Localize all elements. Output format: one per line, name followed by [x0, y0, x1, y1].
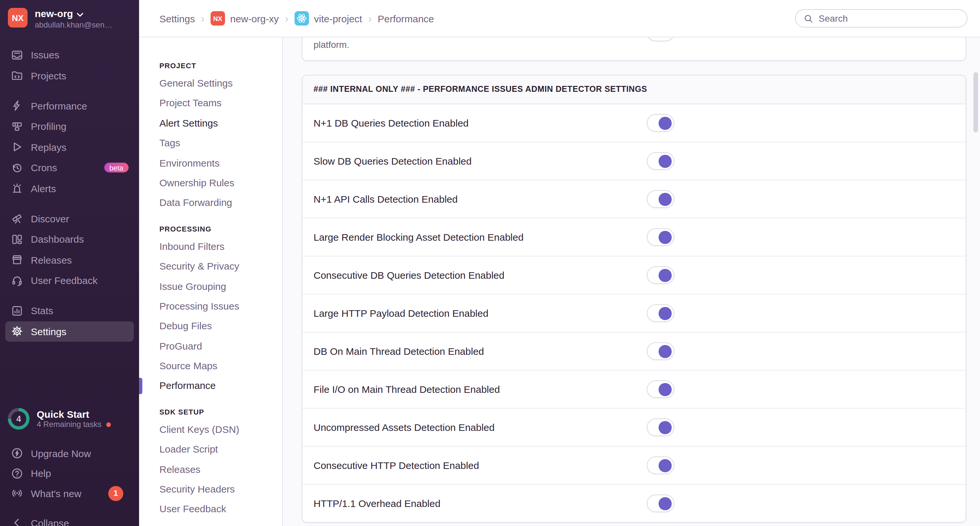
- sidebar-group: StatsSettings: [0, 301, 139, 342]
- replays-icon: [11, 141, 23, 153]
- sidebar-group: PerformanceProfilingReplaysCronsbetaAler…: [0, 96, 139, 199]
- sidebar-nav: IssuesProjectsPerformanceProfilingReplay…: [0, 44, 139, 342]
- settings-nav-item-issue-grouping[interactable]: Issue Grouping: [159, 277, 282, 296]
- sidebar-item-user-feedback[interactable]: User Feedback: [5, 270, 134, 291]
- settings-nav-item-releases[interactable]: Releases: [159, 459, 282, 480]
- quick-start[interactable]: 4 Quick Start 4 Remaining tasks: [8, 408, 111, 430]
- card-title: ### INTERNAL ONLY ### - PERFORMANCE ISSU…: [302, 75, 966, 104]
- settings-nav-item-performance[interactable]: Performance: [159, 376, 282, 396]
- sidebar-item-replays[interactable]: Replays: [5, 137, 134, 157]
- sidebar-item-discover[interactable]: Discover: [5, 208, 134, 229]
- breadcrumb-vite-project[interactable]: vite-project: [294, 11, 362, 25]
- sidebar-item-label: Alerts: [31, 183, 56, 194]
- sidebar-footer-item-what-s-new[interactable]: What's new1: [5, 483, 134, 504]
- issues-icon: [11, 49, 23, 61]
- settings-nav-item-environments[interactable]: Environments: [159, 153, 282, 173]
- scrollbar-thumb[interactable]: [974, 72, 978, 132]
- settings-nav-item-project-teams[interactable]: Project Teams: [159, 94, 282, 113]
- projects-icon: [11, 70, 23, 81]
- setting-label: Uncompressed Assets Detection Enabled: [313, 422, 495, 433]
- org-user-email: abdullah.khan@sen…: [35, 20, 113, 30]
- settings-nav-item-general-settings[interactable]: General Settings: [159, 73, 282, 94]
- search-icon: [803, 13, 813, 23]
- settings-nav-item-ownership-rules[interactable]: Ownership Rules: [159, 173, 282, 193]
- settings-nav-item-security-privacy[interactable]: Security & Privacy: [159, 256, 282, 277]
- org-avatar: NX: [8, 8, 27, 27]
- breadcrumb-performance[interactable]: Performance: [378, 13, 434, 24]
- breadcrumb-new-org-xy[interactable]: NXnew-org-xy: [210, 11, 279, 25]
- setting-row-n-1-db-queries-detection-enabled: N+1 DB Queries Detection Enabled: [302, 104, 966, 141]
- settings-rows: N+1 DB Queries Detection EnabledSlow DB …: [302, 104, 966, 522]
- settings-nav-item-loader-script[interactable]: Loader Script: [159, 440, 282, 460]
- sidebar-item-settings[interactable]: Settings: [5, 321, 134, 342]
- stats-icon: [11, 305, 23, 317]
- sidebar-item-alerts[interactable]: Alerts: [5, 178, 134, 199]
- toggle-consecutive-http-detection-enabled[interactable]: [647, 456, 675, 474]
- toggle-consecutive-db-queries-detection-enabled[interactable]: [647, 266, 675, 284]
- settings-nav-item-tags[interactable]: Tags: [159, 133, 282, 153]
- setting-label: HTTP/1.1 Overhead Enabled: [313, 498, 441, 509]
- toggle-large-render-blocking-asset-detection-enabled[interactable]: [647, 228, 675, 246]
- toggle-file-i-o-on-main-thread-detection-enabled[interactable]: [647, 380, 675, 398]
- toggle-slow-db-queries-detection-enabled[interactable]: [647, 152, 675, 170]
- settings-nav-item-client-keys-dsn[interactable]: Client Keys (DSN): [159, 420, 282, 440]
- sidebar-footer-item-collapse[interactable]: Collapse: [5, 513, 134, 526]
- toggle-uncompressed-assets-detection-enabled[interactable]: [647, 418, 675, 436]
- settings-nav-item-source-maps[interactable]: Source Maps: [159, 356, 282, 376]
- sidebar-item-releases[interactable]: Releases: [5, 249, 134, 270]
- user-feedback-icon: [11, 275, 23, 286]
- breadcrumb-label: vite-project: [314, 13, 362, 24]
- discover-icon: [11, 213, 23, 225]
- sidebar-item-performance[interactable]: Performance: [5, 96, 134, 116]
- sidebar-footer: Upgrade NowHelpWhat's new1Collapse: [0, 443, 139, 526]
- sidebar-item-issues[interactable]: Issues: [5, 44, 134, 65]
- settings-nav-item-proguard[interactable]: ProGuard: [159, 336, 282, 356]
- whats-new-icon: [11, 488, 23, 499]
- sidebar-footer-label: What's new: [31, 488, 81, 499]
- org-switcher[interactable]: NX new-org abdullah.khan@sen…: [8, 8, 113, 30]
- settings-nav-item-data-forwarding[interactable]: Data Forwarding: [159, 193, 282, 213]
- settings-nav-item-alert-settings[interactable]: Alert Settings: [159, 113, 282, 133]
- sidebar-item-crons[interactable]: Cronsbeta: [5, 157, 134, 178]
- sidebar-footer-item-upgrade-now[interactable]: Upgrade Now: [5, 443, 134, 463]
- sidebar-item-label: Releases: [31, 254, 72, 265]
- sidebar-item-label: Stats: [31, 305, 53, 316]
- sidebar-footer-item-help[interactable]: Help: [5, 463, 134, 483]
- settings-nav-item-security-headers[interactable]: Security Headers: [159, 480, 282, 499]
- collapse-icon: [11, 517, 23, 526]
- help-icon: [11, 468, 23, 480]
- setting-row-db-on-main-thread-detection-enabled: DB On Main Thread Detection Enabled: [302, 332, 966, 370]
- settings-icon: [11, 326, 23, 337]
- sidebar-item-label: Projects: [31, 70, 66, 81]
- quick-start-subtitle: 4 Remaining tasks: [37, 420, 101, 429]
- search-input[interactable]: Search: [795, 9, 967, 27]
- settings-nav-item-inbound-filters[interactable]: Inbound Filters: [159, 237, 282, 256]
- toggle-n-1-api-calls-detection-enabled[interactable]: [647, 190, 675, 208]
- notification-dot: [106, 422, 111, 427]
- settings-nav-item-debug-files[interactable]: Debug Files: [159, 316, 282, 337]
- toggle-large-http-payload-detection-enabled[interactable]: [647, 304, 675, 322]
- sidebar-item-projects[interactable]: Projects: [5, 65, 134, 86]
- sidebar-item-label: User Feedback: [31, 275, 97, 286]
- setting-row-file-i-o-on-main-thread-detection-enabled: File I/O on Main Thread Detection Enable…: [302, 370, 966, 408]
- toggle-http-1-1-overhead-enabled[interactable]: [647, 494, 675, 512]
- partial-card-text: platform.: [302, 37, 966, 50]
- setting-row-large-render-blocking-asset-detection-enabled: Large Render Blocking Asset Detection En…: [302, 218, 966, 256]
- setting-row-consecutive-db-queries-detection-enabled: Consecutive DB Queries Detection Enabled: [302, 256, 966, 294]
- setting-label: Large Render Blocking Asset Detection En…: [313, 232, 523, 243]
- setting-row-http-1-1-overhead-enabled: HTTP/1.1 Overhead Enabled: [302, 484, 966, 522]
- setting-label: Consecutive HTTP Detection Enabled: [313, 460, 479, 471]
- toggle-n-1-db-queries-detection-enabled[interactable]: [647, 114, 675, 132]
- settings-nav-item-user-feedback[interactable]: User Feedback: [159, 499, 282, 520]
- performance-icon: [11, 100, 23, 112]
- quick-start-progress-ring: 4: [8, 408, 30, 430]
- breadcrumb-settings[interactable]: Settings: [159, 13, 195, 24]
- settings-nav-item-processing-issues[interactable]: Processing Issues: [159, 296, 282, 316]
- toggle-db-on-main-thread-detection-enabled[interactable]: [647, 342, 675, 360]
- sidebar-item-dashboards[interactable]: Dashboards: [5, 229, 134, 249]
- setting-label: N+1 DB Queries Detection Enabled: [313, 118, 469, 129]
- sidebar-item-stats[interactable]: Stats: [5, 301, 134, 321]
- sidebar-item-profiling[interactable]: Profiling: [5, 116, 134, 137]
- upgrade-icon: [11, 448, 23, 459]
- setting-label: N+1 API Calls Detection Enabled: [313, 194, 458, 205]
